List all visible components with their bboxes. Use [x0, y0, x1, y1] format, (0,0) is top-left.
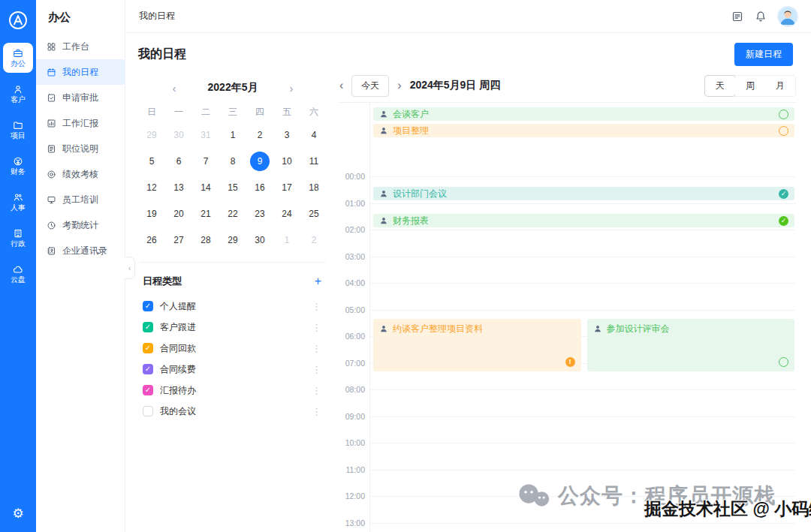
- mini-calendar-day[interactable]: 1: [219, 122, 246, 148]
- mini-calendar-day[interactable]: 24: [273, 200, 300, 227]
- mini-calendar-day[interactable]: 31: [192, 122, 219, 148]
- more-vertical-icon[interactable]: ⋮: [312, 385, 321, 396]
- rail-item-4[interactable]: 人事: [3, 187, 33, 217]
- bell-icon[interactable]: [755, 11, 767, 23]
- mini-calendar-day[interactable]: 16: [246, 174, 273, 200]
- mini-calendar-day[interactable]: 13: [165, 174, 192, 200]
- mini-calendar-day[interactable]: 2: [246, 122, 273, 148]
- mini-calendar-day[interactable]: 22: [219, 200, 246, 227]
- more-vertical-icon[interactable]: ⋮: [312, 301, 321, 312]
- type-checkbox-checked[interactable]: ✓: [143, 385, 153, 395]
- settings-gear-icon[interactable]: ⚙: [12, 506, 23, 521]
- event-status-circle-icon[interactable]: [779, 126, 788, 136]
- view-mode-week[interactable]: 周: [735, 76, 765, 96]
- schedule-type-1[interactable]: ✓客户跟进⋮: [138, 317, 327, 338]
- sidebar-item-8[interactable]: 企业通讯录: [36, 238, 125, 263]
- mini-calendar-day[interactable]: 21: [192, 200, 219, 227]
- mini-calendar-day[interactable]: 5: [138, 148, 165, 174]
- mini-calendar-day[interactable]: 3: [273, 122, 300, 148]
- more-vertical-icon[interactable]: ⋮: [312, 343, 321, 354]
- allday-event[interactable]: 项目整理: [373, 124, 794, 137]
- mini-calendar-day[interactable]: 23: [246, 200, 273, 227]
- sidebar-item-4[interactable]: 职位说明: [36, 136, 125, 161]
- sidebar-item-6[interactable]: 员工培训: [36, 187, 125, 212]
- sidebar-item-0[interactable]: 工作台: [36, 34, 125, 59]
- user-avatar-icon: [379, 189, 388, 198]
- type-checkbox-checked[interactable]: ✓: [143, 301, 153, 311]
- event-status-circle-icon[interactable]: [779, 357, 788, 367]
- next-month-icon[interactable]: ›: [289, 83, 293, 94]
- event-status-circle-icon[interactable]: [779, 110, 788, 119]
- sidebar-item-7[interactable]: 考勤统计: [36, 212, 125, 238]
- sidebar-collapse-handle[interactable]: ‹: [125, 257, 135, 279]
- more-vertical-icon[interactable]: ⋮: [312, 406, 321, 417]
- schedule-type-4[interactable]: ✓汇报待办⋮: [138, 380, 327, 401]
- mini-calendar-day[interactable]: 30: [246, 227, 273, 253]
- rail-item-5[interactable]: 行政: [3, 223, 33, 253]
- timed-event[interactable]: 约谈客户整理项目资料!: [373, 319, 581, 371]
- mini-calendar-day[interactable]: 28: [192, 227, 219, 253]
- mini-calendar-day[interactable]: 10: [273, 148, 300, 174]
- view-mode-month[interactable]: 月: [765, 76, 795, 96]
- type-checkbox-checked[interactable]: ✓: [143, 322, 153, 332]
- view-mode-day[interactable]: 天: [705, 76, 735, 96]
- mini-calendar-day[interactable]: 6: [165, 148, 192, 174]
- mini-calendar-day[interactable]: 29: [138, 122, 165, 148]
- app-logo[interactable]: [8, 10, 29, 31]
- prev-month-icon[interactable]: ‹: [173, 83, 176, 94]
- mini-calendar-day[interactable]: 2: [300, 227, 327, 253]
- mini-calendar-day[interactable]: 25: [300, 200, 327, 227]
- sidebar-item-3[interactable]: 工作汇报: [36, 110, 125, 136]
- mini-calendar-day[interactable]: 27: [165, 227, 192, 253]
- new-event-button[interactable]: 新建日程: [734, 43, 793, 66]
- event-status-done-icon[interactable]: ✓: [779, 189, 788, 199]
- mini-calendar-day[interactable]: 1: [273, 227, 300, 253]
- mini-calendar-day[interactable]: 20: [165, 200, 192, 227]
- rail-item-6[interactable]: 云盘: [3, 259, 33, 289]
- mini-calendar-day[interactable]: 11: [300, 148, 327, 174]
- next-day-icon[interactable]: ›: [397, 80, 401, 92]
- add-type-icon[interactable]: +: [315, 275, 321, 287]
- mini-calendar-day[interactable]: 9: [246, 148, 273, 174]
- mini-calendar-day[interactable]: 14: [192, 174, 219, 200]
- mini-calendar-day[interactable]: 15: [219, 174, 246, 200]
- mini-calendar-day[interactable]: 7: [192, 148, 219, 174]
- mini-calendar-day[interactable]: 29: [219, 227, 246, 253]
- schedule-type-3[interactable]: ✓合同续费⋮: [138, 359, 327, 380]
- more-vertical-icon[interactable]: ⋮: [312, 322, 321, 333]
- rail-item-2[interactable]: 项目: [3, 115, 33, 145]
- schedule-type-0[interactable]: ✓个人提醒⋮: [138, 296, 327, 317]
- weekday-label: 日: [138, 102, 165, 122]
- schedule-type-2[interactable]: ✓合同回款⋮: [138, 338, 327, 359]
- type-checkbox-unchecked[interactable]: [143, 406, 153, 416]
- rail-item-1[interactable]: 客户: [3, 79, 33, 109]
- rail-item-0[interactable]: 办公: [3, 43, 33, 73]
- rail-item-3[interactable]: 财务: [3, 151, 33, 181]
- page-header: 我的日程 新建日程: [125, 33, 811, 69]
- today-button[interactable]: 今天: [351, 75, 389, 97]
- type-checkbox-checked[interactable]: ✓: [143, 343, 153, 353]
- mini-calendar-day[interactable]: 18: [300, 174, 327, 200]
- mini-calendar-day[interactable]: 30: [165, 122, 192, 148]
- message-icon[interactable]: [731, 11, 743, 23]
- mini-calendar-day[interactable]: 12: [138, 174, 165, 200]
- sidebar-item-5[interactable]: 绩效考核: [36, 161, 125, 187]
- mini-calendar-day[interactable]: 17: [273, 174, 300, 200]
- sidebar-item-2[interactable]: 申请审批: [36, 85, 125, 110]
- timed-event[interactable]: 设计部门会议✓: [373, 187, 794, 200]
- more-vertical-icon[interactable]: ⋮: [312, 364, 321, 375]
- timed-event[interactable]: 财务报表✓: [373, 214, 794, 227]
- type-checkbox-checked[interactable]: ✓: [143, 364, 153, 374]
- prev-day-icon[interactable]: ‹: [339, 80, 343, 92]
- user-avatar[interactable]: [778, 7, 797, 26]
- sidebar-item-1[interactable]: 我的日程: [36, 59, 125, 85]
- mini-calendar-day[interactable]: 19: [138, 200, 165, 227]
- mini-calendar-day[interactable]: 26: [138, 227, 165, 253]
- event-status-alert-icon[interactable]: !: [565, 357, 575, 367]
- timed-event[interactable]: 参加设计评审会: [587, 319, 795, 371]
- mini-calendar-day[interactable]: 8: [219, 148, 246, 174]
- schedule-type-5[interactable]: 我的会议⋮: [138, 401, 327, 422]
- allday-event[interactable]: 会谈客户: [373, 107, 794, 121]
- event-status-done-icon[interactable]: ✓: [779, 216, 788, 226]
- mini-calendar-day[interactable]: 4: [300, 122, 327, 148]
